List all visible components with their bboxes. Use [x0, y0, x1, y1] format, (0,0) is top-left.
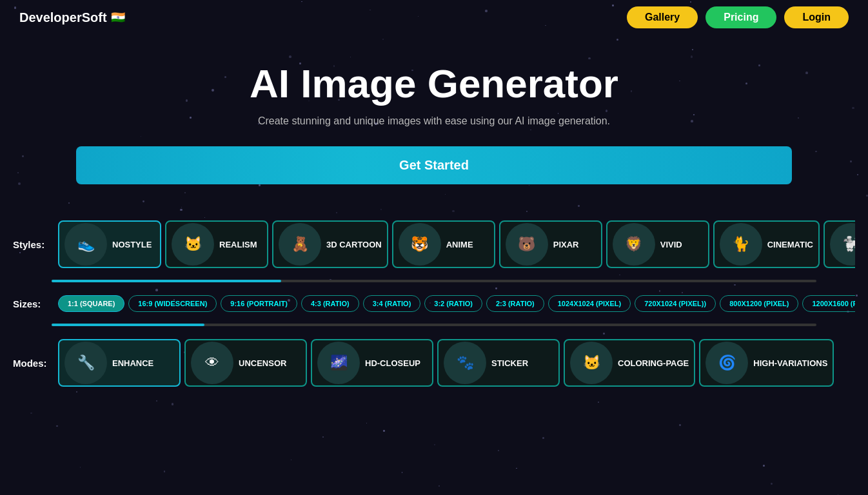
mode-card-enhance[interactable]: 🔧ENHANCE — [58, 339, 181, 387]
style-card-label-anime: ANIME — [446, 240, 478, 249]
style-card-image-3dcartoon: 🧸 — [279, 223, 321, 266]
mode-card-label-enhance: ENHANCE — [112, 358, 159, 368]
style-card-label-3dcartoon: 3D CARTOON — [326, 240, 387, 249]
flag-icon: 🇮🇳 — [111, 10, 125, 24]
size-btn-1200x1600[interactable]: 1200X1600 (PIXEL) — [802, 295, 855, 312]
mode-card-hd-closeup[interactable]: 🌌HD-CLOSEUP — [311, 339, 433, 387]
sizes-row: Sizes: 1:1 (SQUARE)16:9 (WIDESCREEN)9:16… — [0, 291, 868, 316]
style-card-image-cinematic: 🐈 — [720, 223, 762, 266]
style-card-nostyle[interactable]: 👟NOSTYLE — [58, 220, 161, 268]
mode-card-image-hd-closeup: 🌌 — [317, 342, 360, 384]
style-card-3dcartoon[interactable]: 🧸3D CARTOON — [272, 220, 388, 268]
style-card-realism[interactable]: 🐱REALISM — [165, 220, 268, 268]
mode-card-coloring-page[interactable]: 🐱COLORING-PAGE — [564, 339, 695, 387]
sizes-scroll-container[interactable]: 1:1 (SQUARE)16:9 (WIDESCREEN)9:16 (PORTR… — [58, 291, 855, 316]
pricing-button[interactable]: Pricing — [705, 6, 776, 28]
size-btn-800x1200[interactable]: 800X1200 (PIXEL) — [720, 295, 798, 312]
size-btn-9:16[interactable]: 9:16 (PORTRAIT) — [221, 295, 297, 312]
style-card-label-cinematic: CINEMATIC — [767, 240, 818, 249]
style-card-pixar[interactable]: 🐻PIXAR — [499, 220, 602, 268]
size-btn-4:3[interactable]: 4:3 (RATIO) — [301, 295, 359, 312]
modes-inner: 🔧ENHANCE👁UNCENSOR🌌HD-CLOSEUP🐾STICKER🐱COL… — [58, 335, 855, 391]
styles-scroll-track — [52, 280, 816, 282]
sizes-scroll-indicator — [0, 322, 868, 327]
mode-card-label-hd-closeup: HD-CLOSEUP — [365, 358, 426, 368]
hero-title: AI Image Generator — [13, 61, 855, 106]
style-card-vivid[interactable]: 🦁VIVID — [606, 220, 709, 268]
style-card-image-pixar: 🐻 — [506, 223, 548, 266]
mode-card-label-coloring-page: COLORING-PAGE — [618, 358, 694, 368]
style-card-image-anime: 🐯 — [399, 223, 441, 266]
mode-card-label-sticker: STICKER — [491, 358, 533, 368]
style-card-label-nostyle: NOSTYLE — [112, 240, 157, 249]
style-card-image-nostyle: 👟 — [64, 223, 107, 266]
size-btn-720x1024[interactable]: 720X1024 (PIXEL)) — [635, 295, 716, 312]
gallery-button[interactable]: Gallery — [627, 6, 698, 28]
styles-scroll-thumb — [52, 280, 281, 282]
get-started-button[interactable]: Get Started — [76, 146, 792, 184]
styles-inner: 👟NOSTYLE🐱REALISM🧸3D CARTOON🐯ANIME🐻PIXAR🦁… — [58, 217, 855, 272]
brand-name: DeveloperSoft — [19, 10, 107, 25]
modes-row: Modes: 🔧ENHANCE👁UNCENSOR🌌HD-CLOSEUP🐾STIC… — [0, 335, 868, 391]
size-btn-3:2[interactable]: 3:2 (RATIO) — [424, 295, 482, 312]
mode-card-image-high-variations: 🌀 — [705, 342, 748, 384]
mode-card-label-uncensor: UNCENSOR — [239, 358, 291, 368]
styles-row: Styles: 👟NOSTYLE🐱REALISM🧸3D CARTOON🐯ANIM… — [0, 217, 868, 272]
style-card-label-vivid: VIVID — [660, 240, 687, 249]
style-card-monochrome[interactable]: 🐩MONOCHROME — [824, 220, 855, 268]
navbar: DeveloperSoft 🇮🇳 Gallery Pricing Login — [0, 0, 868, 35]
style-card-image-vivid: 🦁 — [613, 223, 655, 266]
sizes-label: Sizes: — [13, 298, 52, 309]
mode-card-image-coloring-page: 🐱 — [570, 342, 613, 384]
style-card-cinematic[interactable]: 🐈CINEMATIC — [713, 220, 820, 268]
mode-card-image-sticker: 🐾 — [444, 342, 486, 384]
mode-card-label-high-variations: HIGH-VARIATIONS — [753, 358, 833, 368]
style-card-label-realism: REALISM — [219, 240, 262, 249]
mode-card-high-variations[interactable]: 🌀HIGH-VARIATIONS — [699, 339, 834, 387]
login-button[interactable]: Login — [784, 6, 849, 28]
style-card-anime[interactable]: 🐯ANIME — [392, 220, 495, 268]
style-card-image-monochrome: 🐩 — [830, 223, 855, 266]
styles-label: Styles: — [13, 239, 52, 250]
size-btn-1024x1024[interactable]: 1024X1024 (PIXEL) — [548, 295, 631, 312]
brand-logo: DeveloperSoft 🇮🇳 — [19, 10, 125, 25]
hero-section: AI Image Generator Create stunning and u… — [0, 35, 868, 217]
style-card-image-realism: 🐱 — [172, 223, 214, 266]
style-card-label-pixar: PIXAR — [553, 240, 584, 249]
size-btn-16:9[interactable]: 16:9 (WIDESCREEN) — [128, 295, 217, 312]
mode-card-image-uncensor: 👁 — [191, 342, 233, 384]
sizes-inner: 1:1 (SQUARE)16:9 (WIDESCREEN)9:16 (PORTR… — [58, 291, 855, 316]
mode-card-uncensor[interactable]: 👁UNCENSOR — [184, 339, 307, 387]
nav-buttons: Gallery Pricing Login — [627, 6, 849, 28]
styles-scroll[interactable]: 👟NOSTYLE🐱REALISM🧸3D CARTOON🐯ANIME🐻PIXAR🦁… — [58, 217, 855, 272]
size-btn-2:3[interactable]: 2:3 (RATIO) — [486, 295, 544, 312]
sizes-scroll-thumb — [52, 324, 204, 326]
modes-label: Modes: — [13, 358, 52, 369]
size-btn-1:1[interactable]: 1:1 (SQUARE) — [58, 295, 124, 312]
styles-scroll-indicator — [0, 278, 868, 284]
hero-subtitle: Create stunning and unique images with e… — [13, 115, 855, 127]
sizes-scroll-track — [52, 324, 816, 326]
modes-scroll[interactable]: 🔧ENHANCE👁UNCENSOR🌌HD-CLOSEUP🐾STICKER🐱COL… — [58, 335, 855, 391]
mode-card-sticker[interactable]: 🐾STICKER — [437, 339, 560, 387]
size-btn-3:4[interactable]: 3:4 (RATIO) — [363, 295, 421, 312]
mode-card-image-enhance: 🔧 — [64, 342, 107, 384]
